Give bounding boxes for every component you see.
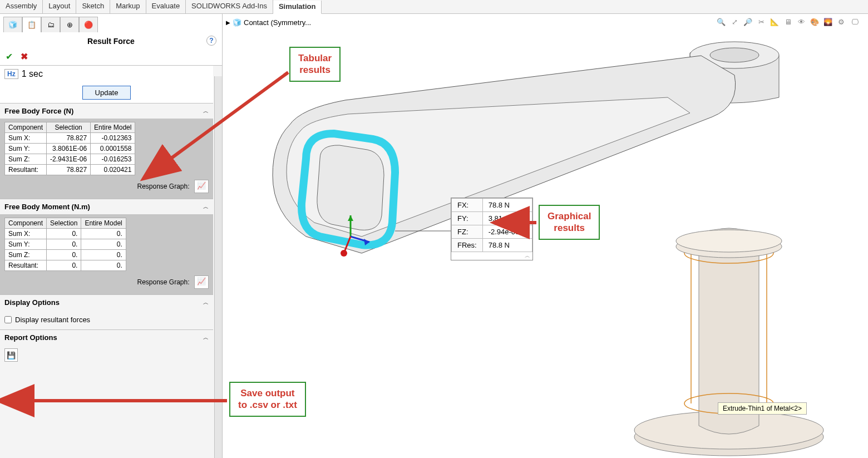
scene-icon[interactable]: 🌄 <box>822 16 834 27</box>
chevron-up-icon: ︿ <box>203 107 209 115</box>
svg-point-1 <box>634 411 823 449</box>
breadcrumb-arrow-icon: ▶ <box>226 19 230 26</box>
svg-line-13 <box>351 237 369 242</box>
section-report-header[interactable]: Report Options ︿ <box>0 330 213 345</box>
pm-tab-row: 🧊 📋 🗂 ⊕ 🔴 <box>0 14 222 32</box>
table-row: Sum Y:0.0. <box>5 239 126 250</box>
tab-sketch[interactable]: Sketch <box>76 0 110 13</box>
section-display-title: Display Options <box>4 298 60 307</box>
chevron-up-icon: ︿ <box>203 334 209 342</box>
table-row: Sum Z:0.0. <box>5 250 126 260</box>
accept-icon[interactable]: ✔ <box>6 51 13 62</box>
ribbon: Assembly Layout Sketch Markup Evaluate S… <box>0 0 868 14</box>
heads-up-toolbar: 🔍 ⤢ 🔎 ✂ 📐 🖥 👁 🎨 🌄 ⚙ 🖵 <box>716 16 860 27</box>
pm-title-text: Result Force <box>87 37 135 46</box>
chevron-up-icon: ︿ <box>203 299 209 307</box>
tab-layout[interactable]: Layout <box>43 0 76 13</box>
display-resultant-checkbox[interactable]: Display resultant forces <box>4 313 209 326</box>
save-report-button[interactable]: 💾 <box>4 348 18 362</box>
table-row: Sum Z:-2.9431E-06-0.016253 <box>5 154 135 165</box>
assembly-icon: 🧊 <box>233 18 241 27</box>
pm-title: Result Force ? <box>0 32 222 49</box>
table-row: Resultant:78.8270.020421 <box>5 165 135 175</box>
table-row: Sum X:0.0. <box>5 229 126 239</box>
tab-assembly[interactable]: Assembly <box>0 0 43 13</box>
chevron-up-icon: ︿ <box>203 203 209 211</box>
col-component: Component <box>5 122 47 133</box>
svg-point-6 <box>676 230 782 252</box>
pm-tab-appearance[interactable]: 🔴 <box>79 17 98 32</box>
col-selection: Selection <box>47 122 91 133</box>
update-button[interactable]: Update <box>82 86 131 100</box>
section-force-header[interactable]: Free Body Force (N) ︿ <box>0 104 213 119</box>
chevron-up-icon[interactable]: ︿ <box>451 252 532 260</box>
moment-table: Component Selection Entire Model Sum X:0… <box>4 218 126 271</box>
svg-point-7 <box>690 42 779 68</box>
view-settings-icon[interactable]: ⚙ <box>836 16 847 27</box>
force-table: Component Selection Entire Model Sum X:7… <box>4 122 135 175</box>
response-label: Response Graph: <box>137 278 189 286</box>
section-display-header[interactable]: Display Options ︿ <box>0 295 213 310</box>
screen-icon[interactable]: 🖵 <box>849 16 860 27</box>
property-manager: 🧊 📋 🗂 ⊕ 🔴 Result Force ? ✔ ✖ Hz 1 sec Up… <box>0 14 223 458</box>
callout-graphical: Graphical results <box>539 205 600 240</box>
appearance-icon[interactable]: 🎨 <box>809 16 820 27</box>
col-entire: Entire Model <box>91 122 135 133</box>
prev-view-icon[interactable]: 🔎 <box>742 16 753 27</box>
help-icon[interactable]: ? <box>206 36 216 46</box>
tab-addins[interactable]: SOLIDWORKS Add-Ins <box>186 0 273 13</box>
tab-simulation[interactable]: Simulation <box>273 1 322 14</box>
response-graph-button[interactable] <box>194 275 209 289</box>
svg-point-3 <box>684 243 773 263</box>
pm-tab-feature[interactable]: 🧊 <box>3 17 22 32</box>
time-value: 1 sec <box>22 69 43 79</box>
table-row: Resultant:0.0. <box>5 260 126 271</box>
pm-confirm-row: ✔ ✖ <box>0 49 222 66</box>
breadcrumb[interactable]: ▶ 🧊 Contact (Symmetry... <box>226 18 311 27</box>
response-graph-button[interactable] <box>194 180 209 193</box>
zoom-fit-icon[interactable]: 🔍 <box>716 16 727 27</box>
svg-point-2 <box>698 229 760 244</box>
section-view-icon[interactable]: ✂ <box>756 16 767 27</box>
section-moment-header[interactable]: Free Body Moment (N.m) ︿ <box>0 199 213 214</box>
feature-tooltip: Extrude-Thin1 of Metal<2> <box>718 402 807 415</box>
pm-tab-property[interactable]: 📋 <box>22 17 41 32</box>
checkbox-label: Display resultant forces <box>15 316 90 324</box>
hide-show-icon[interactable]: 👁 <box>796 16 807 27</box>
svg-marker-14 <box>364 239 369 245</box>
callout-tabular: Tabular results <box>289 47 341 82</box>
section-report-title: Report Options <box>4 333 57 342</box>
svg-point-8 <box>710 48 759 62</box>
hz-icon: Hz <box>4 69 18 79</box>
view-orient-icon[interactable]: 📐 <box>769 16 780 27</box>
cancel-icon[interactable]: ✖ <box>21 51 28 62</box>
section-force-title: Free Body Force (N) <box>4 107 73 115</box>
tab-markup[interactable]: Markup <box>110 0 146 13</box>
checkbox-input[interactable] <box>4 316 12 323</box>
result-force-tooltip[interactable]: FX:78.8 N FY:3.81e-06 N FZ:-2.94e-06 N F… <box>451 198 533 260</box>
svg-point-0 <box>634 418 823 456</box>
display-style-icon[interactable]: 🖥 <box>782 16 793 27</box>
pm-tab-config[interactable]: 🗂 <box>41 17 60 32</box>
response-label: Response Graph: <box>137 183 189 190</box>
section-moment-title: Free Body Moment (N.m) <box>4 203 90 211</box>
callout-save: Save output to .csv or .txt <box>229 382 306 417</box>
tab-evaluate[interactable]: Evaluate <box>146 0 186 13</box>
moment-response-row: Response Graph: <box>4 271 209 291</box>
svg-marker-12 <box>348 215 353 221</box>
svg-point-16 <box>341 250 347 257</box>
scrollbar[interactable] <box>214 76 222 458</box>
table-row: Sum X:78.827-0.012363 <box>5 133 135 144</box>
svg-point-5 <box>676 235 782 258</box>
update-row: Update <box>0 82 213 103</box>
pm-tab-dim[interactable]: ⊕ <box>60 17 79 32</box>
table-row: Sum Y:3.8061E-060.0001558 <box>5 144 135 154</box>
svg-line-15 <box>344 237 351 253</box>
force-response-row: Response Graph: <box>4 175 209 195</box>
time-row: Hz 1 sec <box>0 66 213 82</box>
breadcrumb-text: Contact (Symmetry... <box>244 18 311 27</box>
zoom-area-icon[interactable]: ⤢ <box>729 16 740 27</box>
